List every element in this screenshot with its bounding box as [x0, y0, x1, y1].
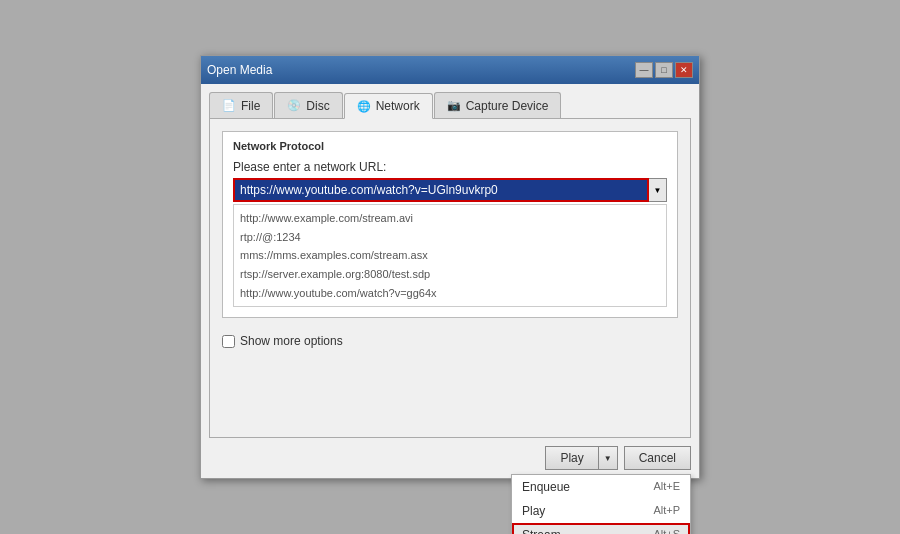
show-more-options-row: Show more options: [222, 334, 343, 348]
play-shortcut: Alt+P: [653, 504, 680, 518]
bottom-row: Show more options: [222, 328, 678, 348]
network-protocol-group: Network Protocol Please enter a network …: [222, 131, 678, 318]
titlebar: Open Media — □ ✕: [201, 56, 699, 84]
show-more-options-label: Show more options: [240, 334, 343, 348]
play-label: Play: [522, 504, 545, 518]
url-input[interactable]: [233, 178, 649, 202]
tab-file[interactable]: 📄 File: [209, 92, 273, 118]
tab-file-label: File: [241, 99, 260, 113]
open-media-window: Open Media — □ ✕ 📄 File 💿 Disc 🌐 Network…: [200, 55, 700, 479]
stream-label: Stream: [522, 528, 561, 534]
play-dropdown-arrow[interactable]: ▼: [598, 446, 618, 470]
restore-button[interactable]: □: [655, 62, 673, 78]
disc-icon: 💿: [287, 99, 301, 112]
enqueue-label: Enqueue: [522, 480, 570, 494]
tab-network[interactable]: 🌐 Network: [344, 93, 433, 119]
tab-bar: 📄 File 💿 Disc 🌐 Network 📷 Capture Device: [209, 92, 691, 118]
window-title: Open Media: [207, 63, 272, 77]
url-field-label: Please enter a network URL:: [233, 160, 667, 174]
network-icon: 🌐: [357, 100, 371, 113]
play-dropdown-menu: Enqueue Alt+E Play Alt+P Stream Alt+S Co…: [511, 474, 691, 534]
play-button-group: Play ▼: [545, 446, 617, 470]
list-item[interactable]: rtsp://server.example.org:8080/test.sdp: [240, 265, 660, 284]
stream-shortcut: Alt+S: [653, 528, 680, 534]
window-controls: — □ ✕: [635, 62, 693, 78]
cancel-button[interactable]: Cancel: [624, 446, 691, 470]
list-item[interactable]: rtp://@:1234: [240, 228, 660, 247]
content-area: Network Protocol Please enter a network …: [209, 118, 691, 438]
tab-network-label: Network: [376, 99, 420, 113]
play-button[interactable]: Play: [545, 446, 597, 470]
show-more-options-checkbox[interactable]: [222, 335, 235, 348]
list-item[interactable]: http://www.example.com/stream.avi: [240, 209, 660, 228]
enqueue-shortcut: Alt+E: [653, 480, 680, 494]
buttons-area: Play ▼ Cancel Enqueue Alt+E Play Alt+P S…: [209, 438, 691, 470]
list-item[interactable]: mms://mms.examples.com/stream.asx: [240, 246, 660, 265]
tab-capture-device[interactable]: 📷 Capture Device: [434, 92, 562, 118]
file-icon: 📄: [222, 99, 236, 112]
minimize-button[interactable]: —: [635, 62, 653, 78]
window-body: 📄 File 💿 Disc 🌐 Network 📷 Capture Device…: [201, 84, 699, 478]
url-dropdown-button[interactable]: ▼: [649, 178, 667, 202]
stream-menu-item[interactable]: Stream Alt+S: [512, 523, 690, 534]
play-menu-item[interactable]: Play Alt+P: [512, 499, 690, 523]
group-title: Network Protocol: [233, 140, 667, 152]
tab-disc[interactable]: 💿 Disc: [274, 92, 342, 118]
url-input-row: ▼: [233, 178, 667, 202]
tab-disc-label: Disc: [306, 99, 329, 113]
capture-icon: 📷: [447, 99, 461, 112]
close-button[interactable]: ✕: [675, 62, 693, 78]
url-dropdown-list: http://www.example.com/stream.avi rtp://…: [233, 204, 667, 307]
tab-capture-label: Capture Device: [466, 99, 549, 113]
list-item[interactable]: http://www.youtube.com/watch?v=gg64x: [240, 284, 660, 303]
enqueue-menu-item[interactable]: Enqueue Alt+E: [512, 475, 690, 499]
